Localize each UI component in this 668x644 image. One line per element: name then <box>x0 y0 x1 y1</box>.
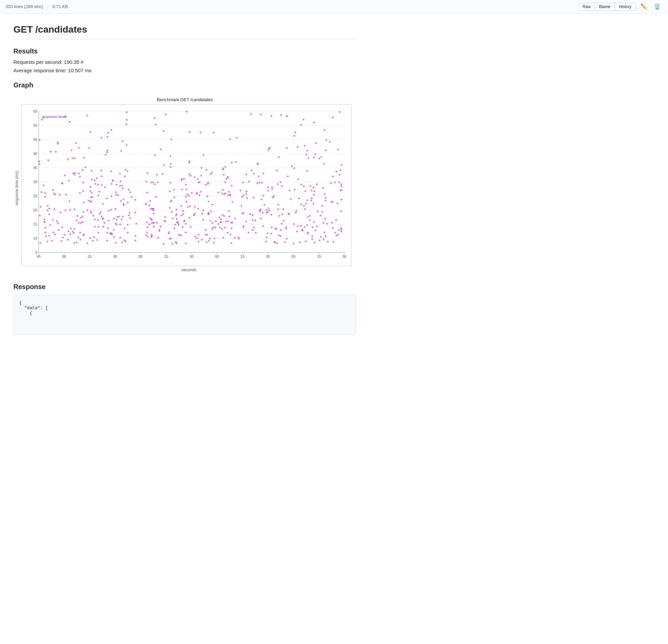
response-heading: Response <box>13 283 356 291</box>
results-heading: Results <box>13 47 356 55</box>
file-lines: 320 lines (289 sloc) <box>5 4 43 9</box>
file-meta: 320 lines (289 sloc) | 8.71 KB <box>5 4 68 9</box>
y-axis-label: response time (ms) <box>13 104 20 272</box>
chart-inner: seconds <box>21 104 356 272</box>
divider: | <box>47 4 48 9</box>
chart-title: Benchmark GET /candidates <box>13 97 356 102</box>
graph-heading: Graph <box>13 81 356 89</box>
file-size: 8.71 KB <box>52 4 68 9</box>
x-axis-label: seconds <box>21 268 356 272</box>
blame-button[interactable]: Blame <box>595 3 615 11</box>
top-bar: 320 lines (289 sloc) | 8.71 KB Raw Blame… <box>0 0 668 13</box>
top-actions: Raw Blame History <box>579 3 636 11</box>
rps-label: Requests per second: 190.35 # <box>13 59 356 65</box>
page-title: GET /candidates <box>13 24 356 39</box>
edit-button[interactable]: ✏️ <box>638 2 649 11</box>
code-block: { "data": [ { <box>13 295 356 335</box>
chart-container: Benchmark GET /candidates response time … <box>13 97 356 272</box>
delete-button[interactable]: 🗑️ <box>652 2 663 11</box>
history-button[interactable]: History <box>614 3 636 11</box>
avg-rt-label: Average response time: 10.507 ms <box>13 68 356 73</box>
main-content: GET /candidates Results Requests per sec… <box>0 13 370 346</box>
chart-wrap: response time (ms) seconds <box>13 104 356 272</box>
raw-button[interactable]: Raw <box>578 3 595 11</box>
response-section: Response { "data": [ { <box>13 283 356 335</box>
